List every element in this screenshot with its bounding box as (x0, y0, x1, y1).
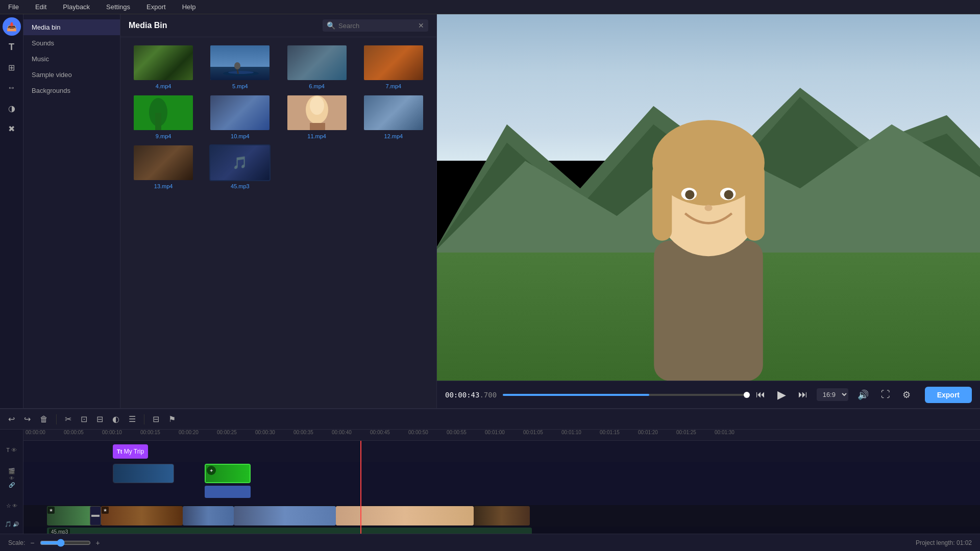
next-frame-button[interactable]: ⏭ (795, 388, 811, 401)
list-item[interactable]: 11.mp4 (281, 94, 353, 139)
redo-button[interactable]: ↪ (21, 413, 34, 425)
prev-frame-button[interactable]: ⏮ (753, 388, 768, 401)
crop-button[interactable]: ⊟ (93, 413, 106, 425)
menu-export[interactable]: Export (143, 2, 169, 12)
media-label-6: 6.mp4 (309, 83, 325, 89)
panel-item-media-bin[interactable]: Media bin (23, 19, 120, 35)
delete-button[interactable]: 🗑 (37, 413, 51, 425)
main-clip-2[interactable]: ★ (101, 506, 183, 525)
scale-slider[interactable] (40, 539, 91, 547)
audio-track-vol[interactable]: 🔊 (13, 521, 19, 527)
scale-minus-icon: − (30, 539, 34, 547)
media-bin-title: Media Bin (129, 21, 167, 30)
list-item[interactable]: 13.mp4 (128, 144, 199, 189)
title-clip[interactable]: Tt My Trip (113, 444, 148, 459)
transition-marker[interactable] (90, 506, 101, 525)
align-button[interactable]: ☰ (126, 413, 139, 425)
panel-item-backgrounds[interactable]: Backgrounds (23, 83, 120, 98)
aspect-ratio-select[interactable]: 16:9 4:3 1:1 9:16 (817, 388, 848, 401)
marker-button[interactable]: ⊟ (150, 413, 162, 425)
media-grid: 4.mp4 (120, 37, 436, 196)
menu-settings[interactable]: Settings (103, 2, 133, 12)
overlay-track-lock[interactable]: 🔗 (9, 482, 15, 488)
time-display: 00:00:43.700 (445, 391, 497, 399)
menu-edit[interactable]: Edit (32, 2, 50, 12)
text-track-eye[interactable]: 👁 (11, 447, 17, 453)
search-input[interactable] (338, 22, 415, 30)
list-item[interactable]: 10.mp4 (204, 94, 276, 139)
sidebar-btn-tools[interactable]: ✖ (3, 119, 21, 138)
blue-overlay-bar[interactable] (205, 486, 251, 498)
svg-rect-0 (210, 45, 271, 67)
project-length-value: 01:02 (957, 539, 972, 546)
audio-track-icon: 🎵 (5, 521, 12, 528)
media-thumb-12 (363, 94, 424, 131)
list-item[interactable]: 9.mp4 (128, 94, 199, 139)
ruler-mark-10: 00:00:50 (408, 430, 428, 435)
flag-button[interactable]: ⚑ (165, 413, 179, 425)
media-label-5: 5.mp4 (232, 83, 248, 89)
ruler-mark-13: 00:01:05 (523, 430, 543, 435)
list-item[interactable]: 4.mp4 (128, 44, 199, 89)
sidebar-btn-import[interactable]: 📥 (3, 17, 21, 36)
main-clip-6[interactable] (474, 506, 530, 525)
preview-controls: 00:00:43.700 ⏮ ▶ ⏭ 16:9 4:3 1:1 9:16 🔊 ⛶… (437, 381, 980, 408)
ruler-mark-5: 00:00:25 (217, 430, 237, 435)
media-label-4: 4.mp4 (156, 83, 172, 89)
panel-item-sounds[interactable]: Sounds (23, 35, 120, 51)
svg-rect-17 (654, 240, 763, 381)
volume-button[interactable]: 🔊 (854, 388, 872, 402)
main-track-eye[interactable]: 👁 (12, 503, 17, 509)
overlay-clip-landscape[interactable] (113, 464, 174, 483)
media-label-7: 7.mp4 (386, 83, 402, 89)
sidebar-btn-color[interactable]: ◑ (3, 99, 21, 117)
svg-point-27 (704, 205, 712, 211)
list-item[interactable]: 5.mp4 (204, 44, 276, 89)
text-track-icon: T (6, 447, 10, 453)
undo-button[interactable]: ↩ (5, 413, 18, 425)
music-note-icon: 🎵 (232, 156, 248, 170)
svg-point-26 (724, 190, 733, 199)
list-item[interactable]: 🎵 45.mp3 (204, 144, 276, 189)
svg-point-3 (228, 71, 254, 74)
cut-button[interactable]: ✂ (62, 413, 75, 425)
progress-bar[interactable] (503, 394, 747, 396)
fullscreen-button[interactable]: ⛶ (878, 388, 893, 401)
export-button[interactable]: Export (925, 387, 972, 403)
ruler-mark-6: 00:00:30 (255, 430, 275, 435)
progress-handle[interactable] (744, 392, 750, 398)
green-screen-clip[interactable]: ✦ (205, 464, 251, 483)
track-icons-panel: T 👁 🎬 👁 🔗 ☆ 👁 🎵 🔊 (0, 430, 23, 534)
main-clip-4[interactable] (234, 506, 336, 525)
menu-help[interactable]: Help (179, 2, 199, 12)
menu-file[interactable]: File (5, 2, 22, 12)
sidebar-btn-effects[interactable]: ⊞ (3, 58, 21, 77)
media-label-13: 13.mp4 (154, 183, 173, 189)
project-length-label: Project length: (916, 539, 955, 546)
main-clip-1[interactable]: ★ (47, 506, 93, 525)
menu-playback[interactable]: Playback (60, 2, 93, 12)
panel-item-music[interactable]: Music (23, 51, 120, 67)
search-box[interactable]: 🔍 ✕ (323, 19, 428, 32)
search-clear-button[interactable]: ✕ (418, 21, 424, 30)
list-item[interactable]: 12.mp4 (358, 94, 429, 139)
play-button[interactable]: ▶ (774, 387, 789, 403)
ruler-mark-2: 00:00:10 (102, 430, 122, 435)
copy-button[interactable]: ⊡ (78, 413, 90, 425)
list-item[interactable]: 7.mp4 (358, 44, 429, 89)
playhead[interactable] (360, 441, 361, 534)
sidebar-btn-text[interactable]: T (3, 38, 21, 56)
ruler-mark-0: 00:00:00 (26, 430, 45, 435)
audio-waveform-clip[interactable]: 45.mp3 (47, 528, 532, 534)
overlay-track-eye[interactable]: 👁 (9, 475, 14, 481)
preview-video (437, 14, 980, 381)
main-clip-5[interactable] (336, 506, 474, 525)
media-label-9: 9.mp4 (156, 133, 172, 139)
sidebar-btn-transitions[interactable]: ↔ (3, 79, 21, 97)
color-button[interactable]: ◐ (109, 413, 122, 425)
preview-settings-button[interactable]: ⚙ (899, 388, 914, 402)
main-clip-3[interactable] (183, 506, 234, 525)
list-item[interactable]: 6.mp4 (281, 44, 353, 89)
ruler-mark-17: 00:01:25 (676, 430, 696, 435)
panel-item-sample-video[interactable]: Sample video (23, 67, 120, 83)
